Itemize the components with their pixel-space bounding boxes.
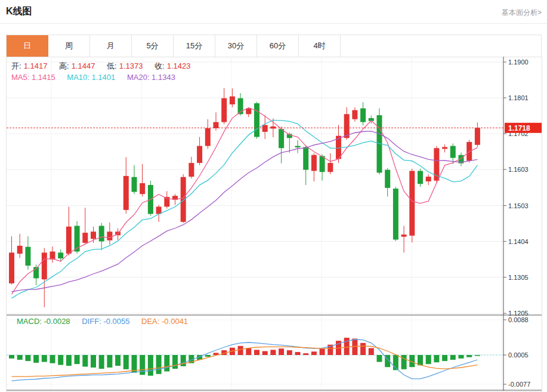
- candle-body: [221, 98, 227, 122]
- macd-bar: [99, 355, 104, 369]
- macd-bar: [459, 355, 464, 359]
- price-tick-label: 1.1503: [508, 202, 529, 209]
- candle-body: [409, 171, 415, 235]
- candle-body: [140, 183, 145, 194]
- macd-bar: [475, 355, 480, 356]
- candle-body: [99, 226, 104, 242]
- macd-bar: [270, 350, 276, 355]
- header: K线图 基本面分析>: [0, 0, 547, 24]
- macd-bar: [115, 355, 120, 366]
- macd-bar: [450, 355, 456, 360]
- macd-bar: [434, 355, 439, 362]
- candle-body: [279, 129, 284, 148]
- kline-chart[interactable]: 1.19001.18011.17021.16031.15031.14041.13…: [7, 57, 542, 391]
- macd-bar: [164, 355, 169, 371]
- tab-period-1[interactable]: 周: [48, 35, 90, 57]
- candle-body: [270, 126, 276, 129]
- candle-body: [181, 177, 186, 222]
- candle-body: [230, 97, 235, 104]
- macd-bar: [17, 355, 23, 360]
- candle-body: [327, 163, 333, 172]
- macd-tick-label: -0.0077: [508, 381, 530, 388]
- macd-bar: [262, 351, 268, 355]
- candle-body: [205, 128, 211, 146]
- price-axis: 1.19001.18011.17021.16031.15031.14041.13…: [7, 57, 542, 391]
- candle-body: [75, 226, 80, 252]
- chart-container: 1.19001.18011.17021.16031.15031.14041.13…: [6, 57, 542, 392]
- ma10-line: [12, 120, 478, 298]
- macd-bar: [311, 351, 317, 355]
- candle-body: [91, 232, 96, 239]
- candle-body: [385, 170, 390, 188]
- candle-body: [262, 125, 268, 132]
- macd-bar: [418, 355, 423, 365]
- macd-bar: [156, 355, 162, 374]
- candle-body: [123, 176, 129, 210]
- candle-body: [393, 189, 398, 239]
- candle-body: [401, 234, 407, 237]
- macd-bar: [172, 355, 178, 369]
- tab-period-6[interactable]: 60分: [257, 35, 299, 57]
- tab-period-7[interactable]: 4时: [299, 35, 341, 57]
- macd-bar: [369, 348, 374, 355]
- macd-bar: [442, 355, 447, 361]
- candle-body: [303, 147, 308, 169]
- macd-bar: [246, 348, 251, 355]
- candle-body: [352, 110, 357, 119]
- candle-body: [450, 146, 456, 158]
- ma20-line: [12, 131, 478, 292]
- candle-body: [254, 103, 259, 137]
- macd-tick-label: 0.0088: [508, 316, 529, 323]
- macd-bar: [360, 343, 366, 355]
- candle-body: [17, 246, 23, 254]
- price-tick-label: 1.1801: [508, 94, 529, 101]
- candle-body: [66, 227, 72, 254]
- candle-body: [442, 147, 447, 149]
- tab-period-3[interactable]: 5分: [132, 35, 174, 57]
- ma-lines-layer: [12, 108, 478, 298]
- macd-bar: [33, 355, 39, 363]
- candle-body: [246, 109, 251, 115]
- candle-body: [50, 252, 55, 260]
- fundamental-analysis-link[interactable]: 基本面分析>: [502, 8, 542, 18]
- macd-bar: [58, 355, 63, 365]
- candle-body: [58, 252, 63, 258]
- dea-line: [12, 346, 478, 376]
- macd-bar: [254, 350, 259, 355]
- macd-tick-label: 0.0005: [508, 351, 529, 359]
- tab-period-5[interactable]: 30分: [215, 35, 257, 57]
- candle-body: [9, 252, 14, 283]
- macd-bar: [66, 355, 72, 366]
- macd-bar: [107, 355, 112, 368]
- tab-period-2[interactable]: 月: [90, 35, 132, 57]
- macd-bar: [303, 353, 308, 355]
- candle-body: [107, 232, 112, 240]
- ma5-line: [12, 108, 478, 294]
- price-tick-label: 1.1900: [508, 58, 529, 66]
- macd-bar: [75, 355, 80, 364]
- tab-period-4[interactable]: 15分: [174, 35, 215, 57]
- page-title: K线图: [6, 5, 32, 18]
- candle-body: [426, 177, 431, 181]
- macd-bar: [42, 355, 47, 362]
- macd-bar: [287, 350, 292, 355]
- macd-bar: [466, 355, 472, 357]
- candle-body: [25, 247, 30, 266]
- current-price-label: 1.1718: [508, 124, 530, 132]
- candle-body: [214, 122, 219, 128]
- candle-body: [418, 171, 423, 184]
- macd-bar: [82, 355, 88, 367]
- macd-bar: [401, 355, 407, 369]
- macd-bar: [25, 355, 30, 361]
- candle-body: [197, 146, 202, 163]
- macd-bar: [344, 338, 350, 355]
- tab-period-0[interactable]: 日: [7, 35, 48, 57]
- macd-bar: [9, 355, 14, 359]
- candle-body: [360, 109, 366, 122]
- macd-bar: [148, 355, 153, 376]
- candle-body: [188, 163, 194, 177]
- candle-body: [42, 252, 47, 279]
- macd-bar: [50, 355, 55, 363]
- candle-body: [311, 155, 317, 171]
- candle-body: [82, 233, 88, 243]
